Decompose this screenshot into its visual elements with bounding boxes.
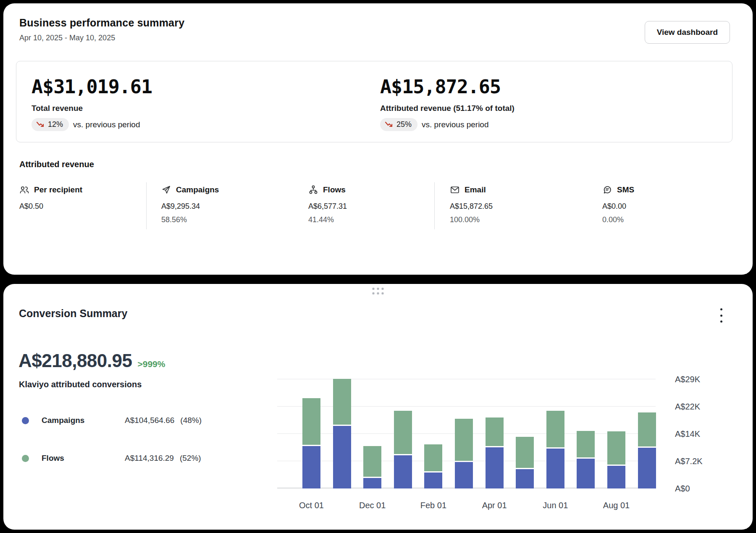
email-label: Email	[465, 185, 486, 194]
conversions-bar-chart: A$29KA$22KA$14KA$7.2KA$0Oct 01Dec 01Feb …	[277, 379, 656, 488]
bar-segment-flows[interactable]	[486, 417, 504, 446]
sms-icon	[602, 185, 612, 195]
campaigns-color-dot	[22, 417, 29, 424]
attributed-revenue-label: Attributed revenue (51.17% of total)	[380, 104, 514, 113]
campaigns-column: Campaigns A$9,295.34 58.56%	[161, 185, 219, 224]
conversions-total-value: A$218,880.95	[18, 350, 132, 371]
sms-column: SMS A$0.00 0.00%	[602, 185, 634, 224]
sms-label: SMS	[617, 185, 634, 194]
flows-label: Flows	[323, 185, 346, 194]
bar-segment-flows[interactable]	[516, 437, 534, 468]
x-axis-label: Jun 01	[543, 501, 568, 510]
trend-percent: 12%	[48, 120, 63, 129]
campaigns-label: Campaigns	[176, 185, 219, 194]
campaigns-value: A$9,295.34	[161, 202, 219, 211]
trend-suffix: vs. previous period	[422, 120, 488, 129]
bar-segment-campaigns[interactable]	[638, 448, 656, 488]
attributed-revenue-metric: A$15,872.65 Attributed revenue (51.17% o…	[380, 76, 514, 131]
email-column: Email A$15,872.65 100.00%	[450, 185, 493, 224]
trend-badge: 25%	[380, 118, 417, 131]
conversions-trend-percent: >999%	[137, 359, 165, 369]
y-axis-label: A$0	[675, 484, 690, 494]
email-value: A$15,872.65	[450, 202, 493, 211]
bar-segment-flows[interactable]	[455, 419, 473, 461]
view-dashboard-button[interactable]: View dashboard	[645, 21, 730, 44]
x-axis-label: Oct 01	[299, 501, 324, 510]
bar-segment-flows[interactable]	[394, 411, 412, 454]
y-axis-label: A$29K	[675, 375, 700, 384]
flows-value: A$6,577.31	[308, 202, 347, 211]
trend-badge: 12%	[32, 118, 69, 131]
bar-segment-campaigns[interactable]	[302, 446, 320, 488]
y-axis-label: A$14K	[675, 429, 700, 439]
trend-down-icon	[36, 121, 45, 129]
total-revenue-label: Total revenue	[32, 104, 152, 113]
legend-item-flows[interactable]: Flows A$114,316.29(52%)	[22, 452, 223, 465]
legend-campaigns-value: A$104,564.66(48%)	[125, 416, 202, 425]
date-range: Apr 10, 2025 - May 10, 2025	[19, 34, 115, 42]
business-performance-title: Business performance summary	[19, 17, 184, 29]
kebab-menu-icon[interactable]	[717, 308, 726, 323]
attributed-revenue-value: A$15,872.65	[380, 76, 514, 98]
bar-segment-flows[interactable]	[607, 431, 625, 465]
sms-value: A$0.00	[602, 202, 634, 211]
column-divider	[434, 182, 435, 229]
bar-segment-campaigns[interactable]	[455, 462, 473, 488]
bar-segment-campaigns[interactable]	[424, 473, 442, 488]
legend-flows-label: Flows	[42, 454, 64, 463]
business-performance-card: Business performance summary Apr 10, 202…	[3, 3, 753, 275]
bar-segment-campaigns[interactable]	[577, 459, 595, 488]
send-icon	[161, 185, 171, 195]
column-divider	[146, 182, 147, 229]
trend-percent: 25%	[396, 120, 412, 129]
x-axis-label: Aug 01	[603, 501, 630, 510]
bar-segment-flows[interactable]	[577, 431, 595, 457]
per-recipient-value: A$0.50	[19, 202, 82, 211]
email-percent: 100.00%	[450, 215, 493, 224]
per-recipient-column: Per recipient A$0.50	[19, 185, 82, 211]
bar-segment-flows[interactable]	[424, 444, 442, 471]
klaviyo-dashboard: Business performance summary Apr 10, 202…	[0, 0, 756, 533]
bar-segment-campaigns[interactable]	[363, 478, 381, 488]
chart-legend: Campaigns A$104,564.66(48%) Flows A$114,…	[22, 414, 223, 490]
bar-segment-flows[interactable]	[363, 446, 381, 477]
x-axis-label: Feb 01	[420, 501, 446, 510]
flows-column: Flows A$6,577.31 41.44%	[308, 185, 347, 224]
bar-segment-flows[interactable]	[546, 411, 564, 447]
x-axis-label: Apr 01	[482, 501, 507, 510]
bar-segment-campaigns[interactable]	[486, 447, 504, 488]
legend-item-campaigns[interactable]: Campaigns A$104,564.66(48%)	[22, 414, 223, 428]
legend-campaigns-label: Campaigns	[42, 416, 84, 425]
bar-segment-campaigns[interactable]	[607, 466, 625, 488]
trend-down-icon	[385, 121, 394, 129]
y-axis-label: A$22K	[675, 402, 700, 412]
total-revenue-metric: A$31,019.61 Total revenue 12% vs. previo…	[32, 76, 152, 131]
sms-percent: 0.00%	[602, 215, 634, 224]
per-recipient-label: Per recipient	[34, 185, 82, 194]
campaigns-percent: 58.56%	[161, 215, 219, 224]
email-icon	[450, 185, 460, 195]
trend-suffix: vs. previous period	[73, 120, 140, 129]
bar-segment-campaigns[interactable]	[394, 455, 412, 488]
flows-color-dot	[22, 455, 29, 462]
bar-segment-flows[interactable]	[302, 398, 320, 445]
bar-segment-campaigns[interactable]	[546, 449, 564, 488]
attributed-revenue-heading: Attributed revenue	[19, 160, 94, 169]
conversion-summary-card: Conversion Summary A$218,880.95 >999% Kl…	[3, 284, 753, 530]
y-axis-label: A$7.2K	[675, 457, 703, 466]
conversions-subtitle: Klaviyo attributed conversions	[19, 380, 142, 389]
legend-flows-value: A$114,316.29(52%)	[125, 454, 201, 463]
x-axis-label: Dec 01	[359, 501, 386, 510]
flows-percent: 41.44%	[308, 215, 347, 224]
bar-segment-flows[interactable]	[333, 379, 351, 425]
flow-icon	[308, 185, 318, 195]
revenue-hero-panel: A$31,019.61 Total revenue 12% vs. previo…	[16, 61, 732, 142]
people-icon	[19, 185, 29, 195]
conversion-summary-title: Conversion Summary	[19, 307, 127, 320]
bar-segment-campaigns[interactable]	[516, 469, 534, 488]
total-revenue-value: A$31,019.61	[32, 76, 152, 98]
drag-handle-icon[interactable]	[373, 288, 384, 294]
bar-segment-campaigns[interactable]	[333, 426, 351, 488]
bar-segment-flows[interactable]	[638, 412, 656, 446]
